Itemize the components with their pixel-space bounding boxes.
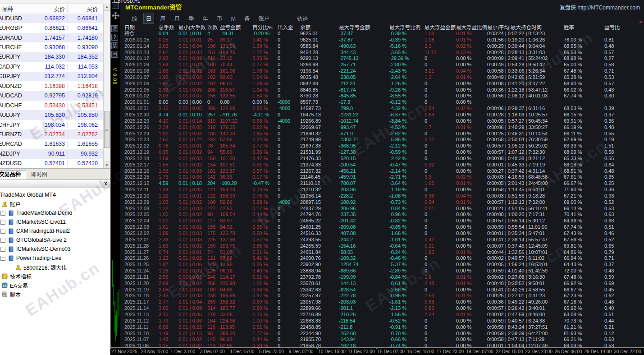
tab-周[interactable]: 周	[158, 13, 168, 23]
tab-月[interactable]: 月	[172, 13, 183, 23]
table-row[interactable]: 2025.12.237.600.01 | 0.2219352.660.24 %0…	[120, 137, 644, 143]
market-watch-tab-tick-chart[interactable]: 即时图	[26, 171, 52, 180]
table-row[interactable]: 2025.12.091.030.01 | 0.0210059.860.29 %-…	[120, 199, 644, 206]
navigator-server-trademaxglobal-demo[interactable]: +TradeMaxGlobal-Demo	[0, 208, 110, 217]
market-watch-row[interactable]: CHFJPY198.034198.062	[0, 120, 103, 129]
tab-轨迹[interactable]: 轨迹	[295, 13, 311, 23]
column-header[interactable]: 最大浮盈比例	[452, 23, 483, 31]
clear-icon[interactable]: 清	[111, 25, 118, 32]
column-header[interactable]: 最小|大手数	[174, 23, 203, 31]
navigator-server-icmarketssc-demo03[interactable]: +ICMarketsSC-Demo03	[0, 244, 110, 254]
table-row[interactable]: 2026.01.132.610.01 | 0.03251164.151.77 %…	[120, 50, 644, 56]
market-watch-row[interactable]: GBPJPY212.774212.804	[0, 72, 103, 81]
table-row[interactable]: 2025.11.261.220.01 | 0.0212197.860.41 %0…	[120, 255, 644, 262]
market-watch-row[interactable]: EURCAD1.616331.61655	[0, 139, 103, 149]
navigator-logged-account[interactable]: 58000216: 魏大伟	[0, 263, 110, 272]
window-icon[interactable]: 回	[111, 51, 118, 58]
expand-icon[interactable]: +	[0, 238, 5, 243]
expand-icon[interactable]: +	[0, 211, 5, 216]
navigator-accounts-group[interactable]: 账户	[0, 199, 110, 208]
table-row[interactable]: 2025.11.270.740.01 | 0.017451.080.21 %02…	[120, 249, 644, 256]
tab-季[interactable]: 季	[186, 13, 196, 23]
table-row[interactable]: 2025.11.192.050.01 | 0.0418984.660.36 %0…	[120, 287, 644, 293]
table-row[interactable]: 2025.12.190.950.01 | 0.029455.660.26 %02…	[120, 149, 644, 156]
table-row[interactable]: 2025.12.041.200.01 | 0.0211783.970.34 %0…	[120, 218, 644, 224]
table-row[interactable]: 2026.01.061.650.01 | 0.0216496.031.09 %0…	[120, 81, 644, 87]
table-row[interactable]: 2025.11.101.490.01 | 0.1398389.201.77 %0…	[120, 331, 644, 337]
column-header[interactable]: 盈亏金额	[216, 23, 248, 31]
column-header[interactable]: 余额	[296, 23, 335, 31]
navigator-server-cxmtradingltd-real2[interactable]: +CXMTradingLtd-Real2	[0, 226, 110, 235]
table-row[interactable]: 2025.12.021.890.01 | 0.03175122.780.50 %…	[120, 231, 644, 237]
close-icon[interactable]: x	[104, 180, 107, 187]
table-row[interactable]: 2025.11.172.770.01 | 0.04259158.320.69 %…	[120, 299, 644, 305]
table-row[interactable]: 2025.12.111.340.01 | 0.05121154.180.73 %…	[120, 187, 644, 193]
table-row[interactable]: 2026.01.052.320.01 | 0.05206116.571.34 %…	[120, 87, 644, 93]
market-watch-row[interactable]: AUDNZD1.163981.16418	[0, 81, 103, 91]
table-row[interactable]: 2025.11.202.690.01 | 0.02266235.981.01 %…	[120, 281, 644, 287]
expand-icon[interactable]: +	[0, 220, 5, 225]
tab-年[interactable]: 年	[201, 13, 211, 23]
navigator-item-indicators[interactable]: f技术指标	[0, 272, 110, 281]
table-row[interactable]: 2025.11.212.550.01 | 0.03246214.170.91 %…	[120, 274, 644, 281]
table-row[interactable]: 2025.12.313.150.01 | 0.05286122.600.85 %…	[120, 106, 644, 112]
market-watch-row[interactable]: AUDUSD0.668220.66841	[0, 14, 103, 23]
scroll-up-indicator-icon[interactable]	[639, 20, 643, 23]
market-watch-scrollbar[interactable]: ▲ ▼	[103, 4, 110, 169]
column-header[interactable]: 胜率	[560, 23, 600, 31]
navigator-server-icmarketssc-live11[interactable]: +ICMarketsSC-Live11	[0, 217, 110, 226]
table-row[interactable]: 2026.01.022.030.01 | 0.07155132.551.54 %…	[120, 93, 644, 99]
table-row[interactable]: 2025.11.182.450.01 | 0.03238199.990.87 %…	[120, 293, 644, 299]
table-row[interactable]: 2025.11.143.850.01 | 0.09314182.770.80 %…	[120, 305, 644, 312]
table-row[interactable]: 2026.01.081.660.01 | 0.02163161.061.78 %…	[120, 68, 644, 74]
table-row[interactable]: 2025.11.133.150.01 | 0.0527933.060.15 %0…	[120, 312, 644, 318]
scroll-down-icon[interactable]: ▼	[104, 161, 110, 169]
tab-M[interactable]: M	[229, 15, 238, 23]
tab-备[interactable]: 备	[242, 13, 252, 23]
column-symbol[interactable]: 品种	[0, 5, 35, 13]
market-watch-row[interactable]: EURGBP0.866210.86641	[0, 23, 103, 32]
table-row[interactable]: 2025.11.071.480.01 | 0.0214596.920.44 %0…	[120, 337, 644, 343]
market-watch-tab-symbols[interactable]: 交易品种	[0, 170, 26, 180]
forbid-icon[interactable]: 禁	[111, 42, 118, 49]
table-row[interactable]: 2025.12.012.360.01 | 0.03225137.960.57 %…	[120, 237, 644, 243]
table-row[interactable]: 2025.12.303.740.01 | 0.10257-791.76-4.11…	[120, 112, 644, 118]
table-row[interactable]: 2025.12.151.730.01 | 0.0614236.330.17 %0…	[120, 174, 644, 180]
column-header[interactable]: 次数	[203, 23, 216, 31]
table-row[interactable]: 2026.01.091.640.01 | 0.0216070.440.77 %0…	[120, 62, 644, 68]
minimize-button[interactable]: -	[112, 2, 119, 9]
table-row[interactable]: 2026.01.142.030.01 | 0.04190131.561.39 %…	[120, 43, 644, 50]
market-watch-row[interactable]: EURAUD1.741571.74180	[0, 33, 103, 42]
tab-综[interactable]: 综	[129, 13, 140, 23]
collapse-icon[interactable]: -	[0, 256, 5, 261]
column-header[interactable]: 最大浮盈金额	[420, 23, 452, 31]
chart-time-axis[interactable]: 27 Nov 202528 Nov 15:001 Dec 23:003 Dec …	[110, 347, 644, 355]
table-row[interactable]: 2025.12.051.000.01 | 0.0298109.540.44 %0…	[120, 212, 644, 218]
tab-币[interactable]: 币	[215, 13, 225, 23]
table-row[interactable]: 2025.11.251.870.01 | 0.0614913.960.06 %0…	[120, 262, 644, 268]
table-row[interactable]: 2025.11.061.150.01 | 0.0211362.950.29 %0…	[120, 343, 644, 347]
scrollbar-thumb[interactable]	[104, 111, 110, 148]
scroll-up-icon[interactable]: ▲	[104, 4, 110, 11]
market-watch-row[interactable]: AUDCAD0.927950.92819	[0, 91, 103, 101]
table-row[interactable]: 2025.12.241.920.01 | 0.04180140.330.65 %…	[120, 131, 644, 137]
brand-link[interactable]: 复盘侠 http://MTCommander.com	[560, 3, 640, 11]
tab-账户[interactable]: 账户	[256, 13, 272, 23]
column-header[interactable]: 百分比%	[248, 23, 274, 31]
navigator-root[interactable]: TradeMax Global MT4	[0, 190, 110, 199]
table-row[interactable]: 2025.11.241.280.01 | 0.0212596.160.40 %0…	[120, 268, 644, 274]
column-header[interactable]: 最大浮亏金额	[335, 23, 385, 31]
column-header[interactable]: 总手数	[155, 23, 174, 31]
column-header[interactable]: 出入金	[274, 23, 296, 31]
market-watch-row[interactable]: EURNZD2.027342.02762	[0, 129, 103, 139]
table-row[interactable]: 2026.01.010.000.00 | 0.0000.000.00 %-600…	[120, 99, 644, 106]
help-icon[interactable]: ?	[111, 34, 118, 41]
table-row[interactable]: 2026.01.150.250.01 | 0.012539.170.41 %09…	[120, 37, 644, 43]
table-row[interactable]: 2025.12.101.220.01 | 0.01122158.990.76 %…	[120, 193, 644, 199]
column-header[interactable]: 日期	[120, 23, 155, 31]
table-row[interactable]: 2025.12.171.550.01 | 0.02154107.510.51 %…	[120, 162, 644, 168]
navigator-item-scripts[interactable]: 脚本	[0, 290, 110, 299]
table-row[interactable]: 2025.12.181.590.01 | 0.03150101.500.47 %…	[120, 156, 644, 162]
tab-日[interactable]: 日	[144, 13, 154, 23]
market-watch-row[interactable]: AUDCHF0.534300.53451	[0, 101, 103, 110]
